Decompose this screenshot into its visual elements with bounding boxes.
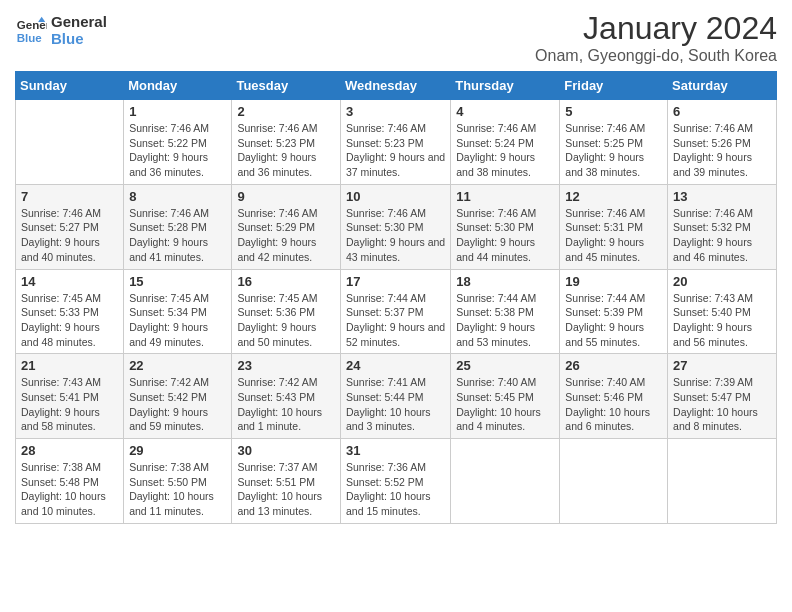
calendar-cell: 6Sunrise: 7:46 AMSunset: 5:26 PMDaylight…: [668, 100, 777, 185]
day-number: 23: [237, 358, 335, 373]
day-info: Sunrise: 7:45 AMSunset: 5:33 PMDaylight:…: [21, 291, 118, 350]
calendar-cell: 10Sunrise: 7:46 AMSunset: 5:30 PMDayligh…: [340, 184, 450, 269]
day-number: 12: [565, 189, 662, 204]
calendar-cell: 1Sunrise: 7:46 AMSunset: 5:22 PMDaylight…: [124, 100, 232, 185]
calendar-cell: 28Sunrise: 7:38 AMSunset: 5:48 PMDayligh…: [16, 439, 124, 524]
day-info: Sunrise: 7:42 AMSunset: 5:42 PMDaylight:…: [129, 375, 226, 434]
day-info: Sunrise: 7:41 AMSunset: 5:44 PMDaylight:…: [346, 375, 445, 434]
day-number: 16: [237, 274, 335, 289]
calendar-cell: 31Sunrise: 7:36 AMSunset: 5:52 PMDayligh…: [340, 439, 450, 524]
week-row-3: 14Sunrise: 7:45 AMSunset: 5:33 PMDayligh…: [16, 269, 777, 354]
calendar-cell: [668, 439, 777, 524]
day-number: 9: [237, 189, 335, 204]
weekday-header-sunday: Sunday: [16, 72, 124, 100]
calendar-cell: 11Sunrise: 7:46 AMSunset: 5:30 PMDayligh…: [451, 184, 560, 269]
day-number: 8: [129, 189, 226, 204]
day-info: Sunrise: 7:44 AMSunset: 5:37 PMDaylight:…: [346, 291, 445, 350]
logo-text-general: General: [51, 14, 107, 31]
day-info: Sunrise: 7:46 AMSunset: 5:29 PMDaylight:…: [237, 206, 335, 265]
day-info: Sunrise: 7:46 AMSunset: 5:25 PMDaylight:…: [565, 121, 662, 180]
week-row-2: 7Sunrise: 7:46 AMSunset: 5:27 PMDaylight…: [16, 184, 777, 269]
day-info: Sunrise: 7:38 AMSunset: 5:50 PMDaylight:…: [129, 460, 226, 519]
page-title: January 2024: [535, 10, 777, 47]
calendar-cell: 26Sunrise: 7:40 AMSunset: 5:46 PMDayligh…: [560, 354, 668, 439]
day-number: 3: [346, 104, 445, 119]
day-number: 17: [346, 274, 445, 289]
day-number: 29: [129, 443, 226, 458]
day-number: 7: [21, 189, 118, 204]
weekday-header-row: SundayMondayTuesdayWednesdayThursdayFrid…: [16, 72, 777, 100]
calendar-cell: 15Sunrise: 7:45 AMSunset: 5:34 PMDayligh…: [124, 269, 232, 354]
day-number: 4: [456, 104, 554, 119]
calendar-cell: [451, 439, 560, 524]
weekday-header-thursday: Thursday: [451, 72, 560, 100]
day-number: 28: [21, 443, 118, 458]
day-info: Sunrise: 7:45 AMSunset: 5:36 PMDaylight:…: [237, 291, 335, 350]
day-number: 5: [565, 104, 662, 119]
weekday-header-friday: Friday: [560, 72, 668, 100]
day-number: 25: [456, 358, 554, 373]
day-info: Sunrise: 7:37 AMSunset: 5:51 PMDaylight:…: [237, 460, 335, 519]
calendar-cell: [16, 100, 124, 185]
calendar-cell: 16Sunrise: 7:45 AMSunset: 5:36 PMDayligh…: [232, 269, 341, 354]
day-info: Sunrise: 7:46 AMSunset: 5:31 PMDaylight:…: [565, 206, 662, 265]
weekday-header-monday: Monday: [124, 72, 232, 100]
day-info: Sunrise: 7:43 AMSunset: 5:41 PMDaylight:…: [21, 375, 118, 434]
day-info: Sunrise: 7:45 AMSunset: 5:34 PMDaylight:…: [129, 291, 226, 350]
calendar-cell: 22Sunrise: 7:42 AMSunset: 5:42 PMDayligh…: [124, 354, 232, 439]
calendar-cell: 30Sunrise: 7:37 AMSunset: 5:51 PMDayligh…: [232, 439, 341, 524]
calendar-cell: 8Sunrise: 7:46 AMSunset: 5:28 PMDaylight…: [124, 184, 232, 269]
day-number: 14: [21, 274, 118, 289]
calendar-cell: 21Sunrise: 7:43 AMSunset: 5:41 PMDayligh…: [16, 354, 124, 439]
calendar-cell: 17Sunrise: 7:44 AMSunset: 5:37 PMDayligh…: [340, 269, 450, 354]
day-number: 15: [129, 274, 226, 289]
day-number: 24: [346, 358, 445, 373]
day-info: Sunrise: 7:46 AMSunset: 5:23 PMDaylight:…: [346, 121, 445, 180]
day-number: 20: [673, 274, 771, 289]
day-info: Sunrise: 7:46 AMSunset: 5:30 PMDaylight:…: [346, 206, 445, 265]
day-number: 10: [346, 189, 445, 204]
day-info: Sunrise: 7:44 AMSunset: 5:39 PMDaylight:…: [565, 291, 662, 350]
day-info: Sunrise: 7:46 AMSunset: 5:26 PMDaylight:…: [673, 121, 771, 180]
calendar-cell: 25Sunrise: 7:40 AMSunset: 5:45 PMDayligh…: [451, 354, 560, 439]
day-number: 18: [456, 274, 554, 289]
logo-text-blue: Blue: [51, 31, 107, 48]
day-number: 21: [21, 358, 118, 373]
day-info: Sunrise: 7:43 AMSunset: 5:40 PMDaylight:…: [673, 291, 771, 350]
day-info: Sunrise: 7:36 AMSunset: 5:52 PMDaylight:…: [346, 460, 445, 519]
calendar-cell: 18Sunrise: 7:44 AMSunset: 5:38 PMDayligh…: [451, 269, 560, 354]
day-number: 6: [673, 104, 771, 119]
day-info: Sunrise: 7:39 AMSunset: 5:47 PMDaylight:…: [673, 375, 771, 434]
calendar-cell: [560, 439, 668, 524]
day-number: 26: [565, 358, 662, 373]
day-info: Sunrise: 7:40 AMSunset: 5:46 PMDaylight:…: [565, 375, 662, 434]
day-number: 19: [565, 274, 662, 289]
logo: General Blue General Blue: [15, 14, 107, 47]
week-row-1: 1Sunrise: 7:46 AMSunset: 5:22 PMDaylight…: [16, 100, 777, 185]
day-info: Sunrise: 7:38 AMSunset: 5:48 PMDaylight:…: [21, 460, 118, 519]
day-number: 1: [129, 104, 226, 119]
calendar-cell: 24Sunrise: 7:41 AMSunset: 5:44 PMDayligh…: [340, 354, 450, 439]
day-number: 27: [673, 358, 771, 373]
calendar-cell: 13Sunrise: 7:46 AMSunset: 5:32 PMDayligh…: [668, 184, 777, 269]
svg-text:Blue: Blue: [17, 31, 43, 43]
day-number: 2: [237, 104, 335, 119]
day-number: 30: [237, 443, 335, 458]
day-number: 11: [456, 189, 554, 204]
day-info: Sunrise: 7:46 AMSunset: 5:30 PMDaylight:…: [456, 206, 554, 265]
weekday-header-tuesday: Tuesday: [232, 72, 341, 100]
calendar-cell: 27Sunrise: 7:39 AMSunset: 5:47 PMDayligh…: [668, 354, 777, 439]
day-number: 22: [129, 358, 226, 373]
title-area: January 2024 Onam, Gyeonggi-do, South Ko…: [535, 10, 777, 65]
calendar-cell: 23Sunrise: 7:42 AMSunset: 5:43 PMDayligh…: [232, 354, 341, 439]
day-number: 31: [346, 443, 445, 458]
calendar-cell: 12Sunrise: 7:46 AMSunset: 5:31 PMDayligh…: [560, 184, 668, 269]
week-row-4: 21Sunrise: 7:43 AMSunset: 5:41 PMDayligh…: [16, 354, 777, 439]
day-info: Sunrise: 7:46 AMSunset: 5:24 PMDaylight:…: [456, 121, 554, 180]
day-info: Sunrise: 7:42 AMSunset: 5:43 PMDaylight:…: [237, 375, 335, 434]
calendar-cell: 29Sunrise: 7:38 AMSunset: 5:50 PMDayligh…: [124, 439, 232, 524]
calendar-cell: 14Sunrise: 7:45 AMSunset: 5:33 PMDayligh…: [16, 269, 124, 354]
header: General Blue General Blue January 2024 O…: [15, 10, 777, 65]
calendar-table: SundayMondayTuesdayWednesdayThursdayFrid…: [15, 71, 777, 524]
calendar-cell: 7Sunrise: 7:46 AMSunset: 5:27 PMDaylight…: [16, 184, 124, 269]
